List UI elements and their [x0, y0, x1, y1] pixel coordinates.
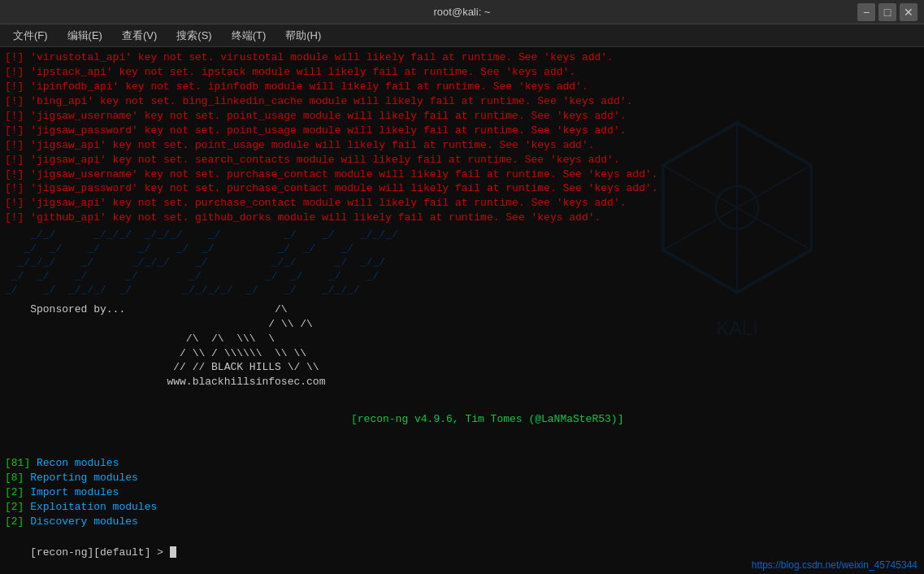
menu-terminal[interactable]: 终端(T)	[225, 27, 273, 45]
error-line: [!] 'jigsaw_password' key not set. purch…	[5, 181, 919, 196]
ascii-art: _/_/ _/_/_/ _/_/_/ _/ _/ _/ _/_/_/ _/ _/…	[5, 228, 919, 297]
error-line: [!] 'jigsaw_api' key not set. search_con…	[5, 153, 919, 167]
module-count: [2]	[5, 486, 24, 498]
error-line: [!] 'bing_api' key not set. bing_linkedi…	[5, 94, 919, 109]
module-label: Import modules	[24, 486, 119, 498]
error-line: [!] 'virustotal_api' key not set. virust…	[5, 50, 919, 65]
close-button[interactable]: ✕	[900, 3, 917, 21]
blank-line-1	[5, 441, 919, 456]
titlebar-title: root@kali: ~	[434, 6, 491, 18]
module-line: [81] Recon modules	[5, 456, 919, 471]
menu-file[interactable]: 文件(F)	[7, 27, 54, 45]
module-label: Recon modules	[30, 457, 119, 469]
menubar: 文件(F) 编辑(E) 查看(V) 搜索(S) 终端(T) 帮助(H)	[0, 24, 924, 47]
menu-search[interactable]: 搜索(S)	[170, 27, 218, 45]
error-line: [!] 'jigsaw_password' key not set. point…	[5, 124, 919, 138]
module-line: [2] Discovery modules	[5, 515, 919, 529]
titlebar: root@kali: ~ − □ ✕	[0, 0, 924, 24]
menu-edit[interactable]: 编辑(E)	[61, 27, 109, 45]
error-line: [!] 'ipstack_api' key not set. ipstack m…	[5, 65, 919, 80]
menu-help[interactable]: 帮助(H)	[279, 27, 328, 45]
sponsor-area: Sponsored by... /\ / \\ /\ /\ /\ \\\ \ /…	[5, 302, 919, 390]
module-count: [8]	[5, 472, 24, 484]
titlebar-controls: − □ ✕	[857, 3, 917, 21]
module-line: [2] Import modules	[5, 485, 919, 500]
error-lines: [!] 'virustotal_api' key not set. virust…	[5, 50, 919, 225]
modules-section: [81] Recon modules[8] Reporting modules[…	[5, 456, 919, 529]
maximize-button[interactable]: □	[878, 3, 896, 21]
sponsor-label: Sponsored by...	[5, 302, 125, 317]
menu-view[interactable]: 查看(V)	[115, 27, 163, 45]
error-line: [!] 'jigsaw_username' key not set. point…	[5, 109, 919, 124]
module-label: Discovery modules	[24, 515, 137, 528]
module-count: [2]	[5, 515, 24, 528]
module-line: [2] Exploitation modules	[5, 500, 919, 515]
error-line: [!] 'jigsaw_api' key not set. point_usag…	[5, 138, 919, 153]
version-line: [recon-ng v4.9.6, Tim Tomes (@LaNMaSteR5…	[5, 398, 919, 441]
module-line: [8] Reporting modules	[5, 471, 919, 485]
ascii-art-block: _/_/ _/_/_/ _/_/_/ _/ _/ _/ _/_/_/ _/ _/…	[5, 228, 919, 297]
terminal[interactable]: KALI [!] 'virustotal_api' key not set. v…	[0, 47, 924, 574]
prompt-text: [recon-ng][default] >	[30, 546, 170, 559]
sponsor-logo: /\ / \\ /\ /\ /\ \\\ \ / \\ / \\\\\\ \\ …	[141, 302, 325, 390]
error-line: [!] 'jigsaw_username' key not set. purch…	[5, 167, 919, 182]
cursor	[170, 546, 176, 558]
module-count: [2]	[5, 501, 24, 513]
module-label: Exploitation modules	[24, 501, 157, 513]
bottom-link: https://blog.csdn.net/weixin_45745344	[752, 559, 917, 571]
error-line: [!] 'github_api' key not set. github_dor…	[5, 211, 919, 225]
module-label: Reporting modules	[24, 472, 137, 484]
module-count: [81]	[5, 457, 30, 469]
minimize-button[interactable]: −	[857, 3, 875, 21]
error-line: [!] 'jigsaw_api' key not set. purchase_c…	[5, 196, 919, 211]
error-line: [!] 'ipinfodb_api' key not set. ipinfodb…	[5, 80, 919, 94]
